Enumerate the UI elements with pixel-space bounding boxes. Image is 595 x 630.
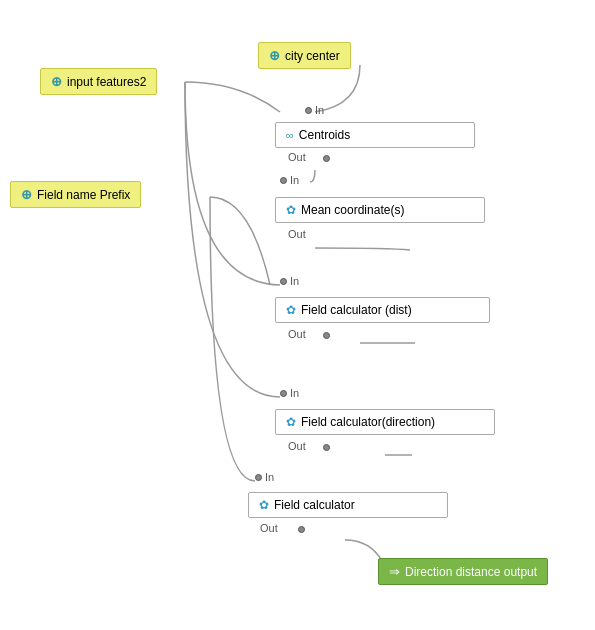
port-label-in2: In [290, 174, 299, 186]
port-label-out5: Out [260, 522, 278, 534]
field-calculator-node[interactable]: ✿ Field calculator [248, 492, 448, 518]
city-center-node[interactable]: ⊕ city center [258, 42, 351, 69]
field-calc-direction-node[interactable]: ✿ Field calculator(direction) [275, 409, 495, 435]
port-dot-out5 [298, 526, 305, 533]
field-calc-dist-node[interactable]: ✿ Field calculator (dist) [275, 297, 490, 323]
port-dot-out3 [323, 332, 330, 339]
port-label-out1: Out [288, 151, 306, 163]
port-label-out4: Out [288, 440, 306, 452]
port-dot-out4 [323, 444, 330, 451]
centroids-icon: ∞ [286, 129, 294, 141]
port-dot-in5 [255, 474, 262, 481]
port-dot-in2 [280, 177, 287, 184]
direction-distance-output-label: Direction distance output [405, 565, 537, 579]
arrow-icon: ⇒ [389, 564, 400, 579]
mean-coordinates-node[interactable]: ✿ Mean coordinate(s) [275, 197, 485, 223]
direction-distance-output-node[interactable]: ⇒ Direction distance output [378, 558, 548, 585]
centroids-label: Centroids [299, 128, 350, 142]
plus-icon-city: ⊕ [269, 48, 280, 63]
port-label-out3: Out [288, 328, 306, 340]
port-label-in3: In [290, 275, 299, 287]
field-name-prefix-node[interactable]: ⊕ Field name Prefix [10, 181, 141, 208]
port-label-in5: In [265, 471, 274, 483]
port-dot-out1 [323, 155, 330, 162]
plus-icon-input: ⊕ [51, 74, 62, 89]
centroids-node[interactable]: ∞ Centroids [275, 122, 475, 148]
gear-icon-calc: ✿ [259, 498, 269, 512]
city-center-label: city center [285, 49, 340, 63]
field-name-prefix-label: Field name Prefix [37, 188, 130, 202]
gear-icon-dist: ✿ [286, 303, 296, 317]
port-dot-in4 [280, 390, 287, 397]
input-features2-node[interactable]: ⊕ input features2 [40, 68, 157, 95]
plus-icon-prefix: ⊕ [21, 187, 32, 202]
field-calc-direction-label: Field calculator(direction) [301, 415, 435, 429]
port-dot-in3 [280, 278, 287, 285]
port-label-in1: In [315, 104, 324, 116]
port-label-in4: In [290, 387, 299, 399]
port-label-out2: Out [288, 228, 306, 240]
port-dot-in1 [305, 107, 312, 114]
input-features2-label: input features2 [67, 75, 146, 89]
gear-icon-mean: ✿ [286, 203, 296, 217]
field-calculator-label: Field calculator [274, 498, 355, 512]
gear-icon-direction: ✿ [286, 415, 296, 429]
field-calc-dist-label: Field calculator (dist) [301, 303, 412, 317]
mean-coordinates-label: Mean coordinate(s) [301, 203, 404, 217]
